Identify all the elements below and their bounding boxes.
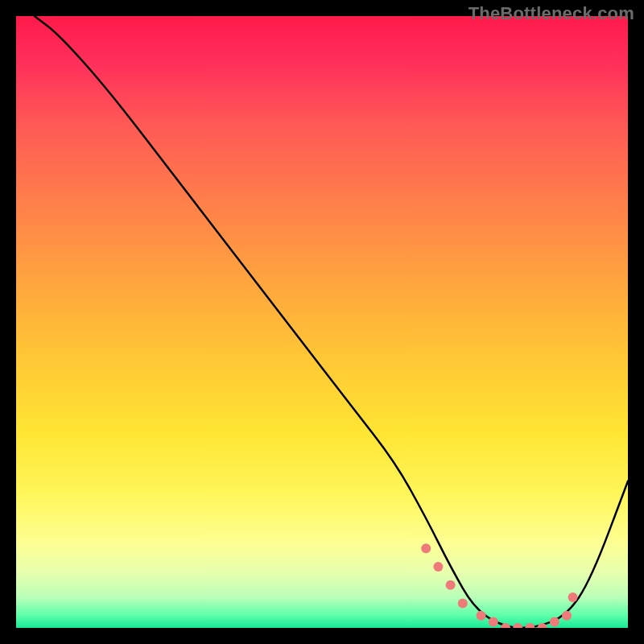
highlight-marker bbox=[562, 611, 572, 621]
highlight-marker bbox=[458, 599, 468, 609]
watermark-text: TheBottleneck.com bbox=[469, 3, 634, 24]
highlight-marker bbox=[446, 580, 456, 590]
highlight-marker bbox=[477, 611, 486, 621]
highlight-marker bbox=[433, 562, 443, 572]
highlight-marker bbox=[489, 617, 498, 626]
chart-container: TheBottleneck.com bbox=[0, 0, 644, 644]
highlight-marker bbox=[513, 623, 522, 628]
chart-svg bbox=[16, 16, 628, 628]
plot-area bbox=[16, 16, 628, 628]
highlight-marker bbox=[421, 543, 431, 553]
highlight-marker bbox=[550, 617, 559, 626]
bottleneck-curve-line bbox=[35, 16, 628, 628]
highlight-marker bbox=[568, 592, 578, 602]
highlight-marker bbox=[525, 623, 535, 628]
